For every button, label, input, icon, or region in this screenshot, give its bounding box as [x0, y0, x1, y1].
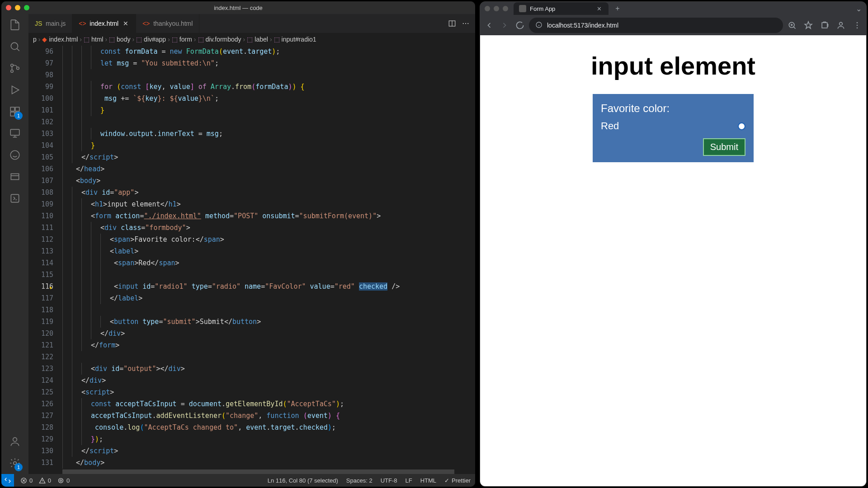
svg-point-9: [10, 150, 19, 160]
radio-input[interactable]: [738, 122, 745, 130]
extensions-badge: 1: [14, 112, 23, 120]
svg-rect-6: [10, 112, 14, 116]
page-heading: input element: [591, 51, 755, 80]
problems-indicator[interactable]: 0 0: [20, 477, 51, 484]
breadcrumb-item[interactable]: ⬚body: [109, 36, 130, 43]
url-text: localhost:5173/index.html: [547, 22, 618, 29]
cursor-position[interactable]: Ln 116, Col 80 (7 selected): [268, 477, 338, 484]
breadcrumb-item[interactable]: ⬚form: [172, 36, 192, 43]
close-icon[interactable]: ✕: [122, 20, 129, 27]
extensions-icon[interactable]: 1: [9, 105, 21, 118]
remote-explorer-icon[interactable]: [9, 127, 21, 140]
horizontal-scrollbar[interactable]: [62, 469, 475, 474]
svg-point-20: [59, 478, 63, 483]
remote-indicator[interactable]: [1, 474, 14, 487]
extension-icon[interactable]: [820, 21, 829, 30]
favicon-icon: [519, 5, 526, 12]
activity-extra-icon-2[interactable]: [9, 170, 21, 183]
activity-bar: 1 1: [1, 14, 28, 474]
svg-point-3: [17, 67, 19, 69]
svg-point-16: [465, 23, 466, 24]
activity-extra-icon-1[interactable]: [9, 149, 21, 161]
tab-mainjs[interactable]: JS main.js: [28, 14, 72, 33]
zoom-icon[interactable]: [788, 21, 797, 30]
bookmark-icon[interactable]: [804, 21, 813, 30]
back-icon[interactable]: [485, 21, 494, 30]
svg-rect-5: [15, 107, 19, 111]
svg-point-19: [60, 479, 62, 481]
browser-tab[interactable]: Form App ✕: [514, 2, 609, 15]
ports-indicator[interactable]: 0: [57, 477, 70, 484]
code-body[interactable]: const formData = new FormData(event.targ…: [62, 46, 475, 474]
info-icon[interactable]: [535, 21, 542, 30]
vscode-window: index.html — code 1 1: [1, 1, 475, 487]
breadcrumb-item[interactable]: ⬚label: [247, 36, 268, 43]
close-icon[interactable]: ✕: [597, 5, 603, 12]
window-minimize-icon[interactable]: [15, 5, 20, 10]
window-close-icon[interactable]: [6, 5, 11, 10]
svg-point-0: [11, 42, 18, 49]
account-icon[interactable]: [9, 435, 21, 448]
code-editor[interactable]: 9697989910010110210310410510610710810911…: [28, 46, 475, 474]
tab-label: index.html: [90, 20, 118, 27]
svg-point-2: [11, 70, 13, 72]
svg-point-25: [857, 22, 858, 23]
svg-rect-4: [10, 107, 14, 111]
svg-point-17: [467, 23, 468, 24]
window-maximize-icon[interactable]: [503, 6, 508, 11]
editor-tabs: JS main.js <> index.html ✕ <> thankyou.h…: [28, 14, 475, 33]
window-title: index.html — code: [214, 5, 263, 11]
eol[interactable]: LF: [406, 477, 412, 484]
breadcrumb-item[interactable]: ◆index.html: [42, 36, 78, 43]
menu-icon[interactable]: [853, 21, 862, 30]
chevron-down-icon[interactable]: ⌄: [856, 5, 862, 13]
js-file-icon: JS: [35, 20, 42, 27]
line-number-gutter: 9697989910010110210310410510610710810911…: [28, 46, 62, 474]
window-close-icon[interactable]: [485, 6, 490, 11]
breadcrumb-item[interactable]: ⬚input#radio1: [274, 36, 316, 43]
gear-icon[interactable]: 1: [9, 457, 21, 469]
svg-point-12: [13, 437, 17, 441]
form-body: Favorite color: Red Submit: [593, 94, 754, 162]
source-control-icon[interactable]: [9, 62, 21, 75]
page-viewport: input element Favorite color: Red Submit: [480, 35, 866, 486]
breadcrumb-item[interactable]: ⬚div#app: [136, 36, 166, 43]
reload-icon[interactable]: [515, 21, 524, 30]
settings-badge: 1: [14, 463, 23, 471]
window-maximize-icon[interactable]: [24, 5, 29, 10]
breadcrumb[interactable]: p› ◆index.html› ⬚html› ⬚body› ⬚div#app› …: [28, 33, 475, 46]
encoding[interactable]: UTF-8: [381, 477, 397, 484]
profile-icon[interactable]: [836, 21, 845, 30]
browser-titlebar: Form App ✕ + ⌄: [480, 2, 866, 15]
radio-label-red[interactable]: Red: [601, 120, 745, 132]
tab-thankyouhtml[interactable]: <> thankyou.html: [136, 14, 199, 33]
vscode-titlebar: index.html — code: [1, 1, 475, 14]
submit-button[interactable]: Submit: [703, 138, 745, 156]
svg-rect-10: [11, 174, 19, 180]
indentation[interactable]: Spaces: 2: [346, 477, 373, 484]
forward-icon[interactable]: [500, 21, 509, 30]
activity-extra-icon-3[interactable]: [9, 192, 21, 205]
svg-point-1: [11, 64, 13, 66]
run-debug-icon[interactable]: [9, 84, 21, 96]
html-file-icon: <>: [142, 20, 150, 27]
split-editor-icon[interactable]: [448, 19, 456, 28]
status-bar: 0 0 0 Ln 116, Col 80 (7 selected) Spaces…: [1, 474, 475, 487]
svg-point-27: [857, 28, 858, 29]
tab-label: main.js: [46, 20, 66, 27]
search-icon[interactable]: [9, 40, 21, 53]
breadcrumb-item[interactable]: ⬚div.formbody: [198, 36, 241, 43]
prettier-status[interactable]: ✓ Prettier: [444, 477, 471, 484]
browser-toolbar: localhost:5173/index.html: [480, 15, 866, 35]
svg-point-15: [463, 23, 464, 24]
url-bar[interactable]: localhost:5173/index.html: [529, 18, 783, 33]
window-minimize-icon[interactable]: [494, 6, 499, 11]
tab-indexhtml[interactable]: <> index.html ✕: [72, 14, 136, 33]
new-tab-button[interactable]: +: [613, 5, 622, 13]
breadcrumb-item[interactable]: p: [33, 36, 37, 43]
explorer-icon[interactable]: [9, 19, 21, 31]
html-file-icon: <>: [79, 20, 86, 27]
language-mode[interactable]: HTML: [420, 477, 436, 484]
breadcrumb-item[interactable]: ⬚html: [84, 36, 103, 43]
more-actions-icon[interactable]: [462, 19, 470, 28]
